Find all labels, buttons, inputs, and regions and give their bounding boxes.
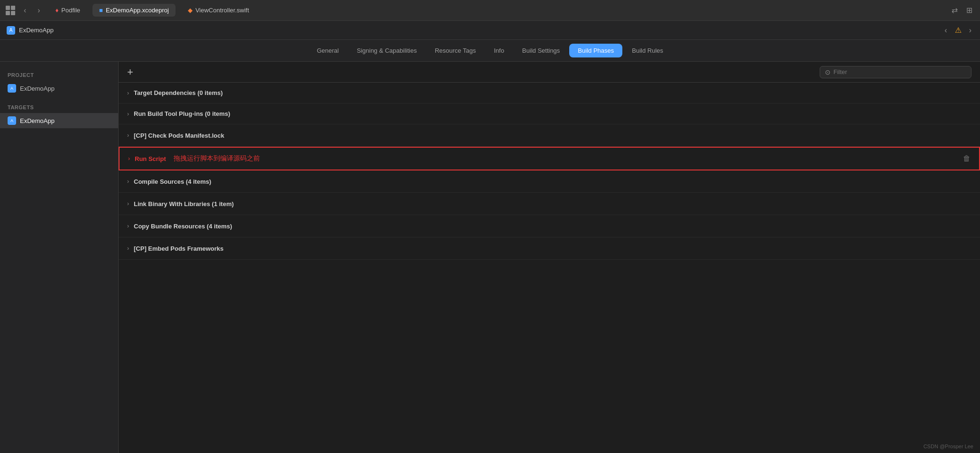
tab-podfile[interactable]: ♦ Podfile xyxy=(49,4,87,17)
sidebar-project-label: ExDemoApp xyxy=(20,85,55,92)
phase-embed-pods[interactable]: › [CP] Embed Pods Frameworks 🗑 xyxy=(119,237,980,260)
app-header: A ExDemoApp ‹ ⚠ › xyxy=(0,21,980,40)
split-view-button[interactable]: ⇄ xyxy=(950,5,960,16)
project-icon: A xyxy=(8,84,16,93)
sidebar-project-item[interactable]: A ExDemoApp xyxy=(0,81,118,96)
filter-icon: ⊙ xyxy=(825,68,831,76)
phase-title-check-pods: [CP] Check Pods Manifest.lock xyxy=(134,132,224,139)
filter-area: ⊙ xyxy=(820,66,971,78)
targets-section-label: TARGETS xyxy=(0,102,118,113)
tab-build-phases[interactable]: Build Phases xyxy=(569,44,622,57)
tab-xcodeproj-label: ExDemoApp.xcodeproj xyxy=(106,7,169,14)
tab-viewcontroller[interactable]: ◆ ViewController.swift xyxy=(181,4,256,17)
tab-build-rules[interactable]: Build Rules xyxy=(623,44,672,57)
chevron-icon-target-deps: › xyxy=(127,90,129,96)
tab-info[interactable]: Info xyxy=(485,44,513,57)
phase-title-compile-sources: Compile Sources (4 items) xyxy=(134,178,211,185)
forward-button[interactable]: › xyxy=(35,5,43,16)
phase-run-build-tool[interactable]: › Run Build Tool Plug-ins (0 items) xyxy=(119,104,980,124)
phase-title-target-deps: Target Dependencies (0 items) xyxy=(134,89,223,96)
header-back-button[interactable]: ‹ xyxy=(943,25,949,36)
chevron-icon-copy-bundle: › xyxy=(127,223,129,229)
titlebar: ‹ › ♦ Podfile ■ ExDemoApp.xcodeproj ◆ Vi… xyxy=(0,0,980,21)
phase-compile-sources[interactable]: › Compile Sources (4 items) 🗑 xyxy=(119,170,980,193)
phase-title-embed-pods: [CP] Embed Pods Frameworks xyxy=(134,245,223,252)
swift-icon: ◆ xyxy=(188,7,193,14)
phase-hint-run-script: 拖拽运行脚本到编译源码之前 xyxy=(174,154,260,163)
add-phase-button[interactable]: + xyxy=(127,67,133,77)
trash-run-script[interactable]: 🗑 xyxy=(963,154,971,163)
chevron-icon-run-script: › xyxy=(128,155,130,162)
sidebar-target-label: ExDemoApp xyxy=(20,117,55,124)
tabs-bar: General Signing & Capabilities Resource … xyxy=(0,40,980,62)
phase-link-binary[interactable]: › Link Binary With Libraries (1 item) 🗑 xyxy=(119,193,980,215)
chevron-icon-embed-pods: › xyxy=(127,245,129,252)
phase-title-run-build-tool: Run Build Tool Plug-ins (0 items) xyxy=(134,110,230,117)
tab-signing[interactable]: Signing & Capabilities xyxy=(348,44,425,57)
phase-title-run-script: Run Script xyxy=(135,155,166,162)
titlebar-left: ‹ › ♦ Podfile ■ ExDemoApp.xcodeproj ◆ Vi… xyxy=(6,4,256,17)
tab-build-settings[interactable]: Build Settings xyxy=(514,44,569,57)
chevron-icon-compile-sources: › xyxy=(127,178,129,185)
layout-button[interactable]: ⊞ xyxy=(964,5,974,16)
tab-general[interactable]: General xyxy=(308,44,347,57)
content-area: + ⊙ › Target Dependencies (0 items) › Ru… xyxy=(119,62,980,453)
chevron-icon-link-binary: › xyxy=(127,200,129,207)
grid-icon[interactable] xyxy=(6,6,15,15)
chevron-icon-check-pods: › xyxy=(127,132,129,139)
sidebar-target-item[interactable]: A ExDemoApp xyxy=(0,113,118,128)
chevron-icon-run-build-tool: › xyxy=(127,111,129,117)
watermark: CSDN @Prosper Lee xyxy=(924,444,973,449)
tab-viewcontroller-label: ViewController.swift xyxy=(195,7,249,14)
back-button[interactable]: ‹ xyxy=(21,5,29,16)
header-forward-button[interactable]: › xyxy=(967,25,973,36)
phase-check-pods[interactable]: › [CP] Check Pods Manifest.lock 🗑 xyxy=(119,124,980,147)
tab-podfile-label: Podfile xyxy=(61,7,80,14)
target-icon: A xyxy=(8,116,16,125)
sidebar: PROJECT A ExDemoApp TARGETS A ExDemoApp xyxy=(0,62,119,453)
phase-copy-bundle[interactable]: › Copy Bundle Resources (4 items) 🗑 xyxy=(119,215,980,237)
header-warning-button[interactable]: ⚠ xyxy=(953,25,963,36)
phase-target-deps[interactable]: › Target Dependencies (0 items) xyxy=(119,83,980,104)
content-toolbar: + ⊙ xyxy=(119,62,980,83)
project-section-label: PROJECT xyxy=(0,69,118,81)
tab-resource-tags[interactable]: Resource Tags xyxy=(426,44,484,57)
app-header-right: ‹ ⚠ › xyxy=(943,25,973,36)
phase-title-copy-bundle: Copy Bundle Resources (4 items) xyxy=(134,223,232,230)
app-icon: A xyxy=(7,26,15,35)
phase-run-script[interactable]: › Run Script 拖拽运行脚本到编译源码之前 🗑 xyxy=(119,147,980,170)
main-layout: PROJECT A ExDemoApp TARGETS A ExDemoApp … xyxy=(0,62,980,453)
filter-input[interactable] xyxy=(833,68,966,76)
xcode-icon: ■ xyxy=(99,7,103,14)
titlebar-right: ⇄ ⊞ xyxy=(950,5,974,16)
app-header-left: A ExDemoApp xyxy=(7,26,54,35)
ruby-icon: ♦ xyxy=(55,7,59,14)
tab-xcodeproj[interactable]: ■ ExDemoApp.xcodeproj xyxy=(92,4,176,17)
app-title: ExDemoApp xyxy=(19,27,54,34)
phase-title-link-binary: Link Binary With Libraries (1 item) xyxy=(134,200,234,208)
